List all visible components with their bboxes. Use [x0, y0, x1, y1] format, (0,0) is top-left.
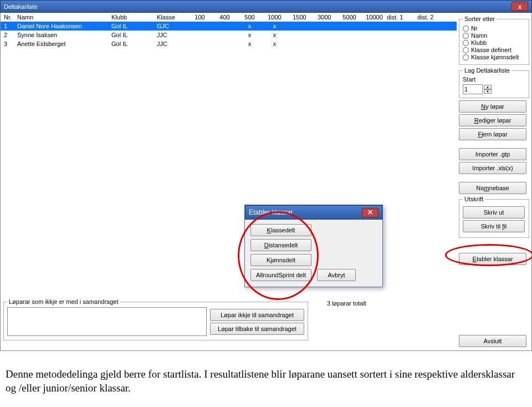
col-dist2: dist. 2: [417, 14, 448, 21]
sort-group: Sorter etter NrNamnKlubbKlasse definertK…: [459, 16, 529, 65]
participant-table[interactable]: Nr. Namn Klubb Klasse 100 400 500 1000 1…: [1, 13, 457, 297]
skriv-til-fil-button[interactable]: Skriv til fil: [463, 220, 525, 232]
caption-text: Denne metodedelinga gjeld berre for star…: [0, 351, 532, 395]
excluded-listbox[interactable]: [7, 307, 207, 336]
col-klubb: Klubb: [111, 14, 157, 21]
rediger-lopar-button[interactable]: Rediger løpar: [459, 114, 526, 126]
sort-option[interactable]: Klasse kjønnsdelt: [463, 54, 525, 60]
skriv-ut-button[interactable]: Skriv ut: [463, 206, 525, 218]
distansedelt-button[interactable]: Distansedelt: [250, 239, 311, 251]
start-spin-up[interactable]: ▲: [484, 85, 492, 89]
col-1500: 1500: [287, 14, 312, 21]
excluded-runners-group: Løparar som ikkje er med i samandraget L…: [3, 298, 308, 340]
lag-legend: Lag Deltakarliste: [463, 67, 511, 74]
include-runner-button[interactable]: Løpar tilbake til samandraget: [210, 323, 304, 335]
avslutt-button[interactable]: Avslutt: [459, 335, 526, 347]
col-klasse: Klasse: [157, 14, 187, 21]
lag-group: Lag Deltakarliste Start ▲ ▼: [459, 67, 529, 98]
start-input[interactable]: [463, 84, 483, 94]
col-nr: Nr.: [1, 14, 17, 21]
ny-lopar-button[interactable]: Ny løpar: [459, 100, 526, 113]
etabler-klassar-button[interactable]: Etabler klassar: [459, 253, 526, 265]
kjonnsdelt-button[interactable]: Kjønnsdelt: [250, 254, 311, 266]
col-namn: Namn: [17, 14, 111, 21]
excluded-legend: Løparar som ikkje er med i samandraget: [7, 298, 120, 305]
utskrift-legend: Utskrift: [463, 196, 485, 202]
sort-option[interactable]: Nr: [463, 25, 525, 32]
etabler-klassar-dialog: Etabler klassar ✕ Klassedelt Distansedel…: [244, 205, 383, 287]
klassedelt-button[interactable]: Klassedelt: [250, 224, 311, 236]
col-5000: 5000: [337, 14, 362, 21]
utskrift-group: Utskrift Skriv ut Skriv til fil: [459, 196, 529, 238]
sort-option[interactable]: Klubb: [463, 39, 525, 46]
table-row[interactable]: 1Daniel Nore HaakonsenGol ILGJCxx: [1, 22, 457, 30]
col-500: 500: [237, 14, 262, 21]
window-titlebar: Deltakarliste x: [0, 0, 532, 13]
start-label: Start: [463, 76, 525, 83]
col-100: 100: [187, 14, 212, 21]
sort-option[interactable]: Namn: [463, 32, 525, 39]
table-header-row: Nr. Namn Klubb Klasse 100 400 500 1000 1…: [1, 13, 457, 22]
allroundsprint-button[interactable]: AllroundSprint delt: [250, 269, 311, 281]
total-runners-label: 3 løparar totalt: [327, 300, 366, 307]
dialog-close-button[interactable]: ✕: [362, 208, 378, 217]
dialog-titlebar: Etabler klassar ✕: [245, 205, 382, 220]
dialog-title: Etabler klassar: [249, 208, 293, 216]
window-title: Deltakarliste: [4, 3, 38, 10]
namnebase-button[interactable]: Namnebase: [459, 182, 526, 194]
importer-xls-button[interactable]: Importer .xls(x): [459, 162, 526, 174]
table-row[interactable]: 2Synne IsaksenGol ILJJCxx: [1, 30, 457, 39]
window-close-button[interactable]: x: [511, 2, 528, 11]
fjern-lopar-button[interactable]: Fjern løpar: [459, 128, 526, 140]
sort-option[interactable]: Klasse definert: [463, 47, 525, 53]
col-dist1: dist. 1: [387, 14, 417, 21]
col-1000: 1000: [262, 14, 287, 21]
sort-legend: Sorter etter: [463, 16, 497, 22]
col-10000: 10000: [362, 14, 387, 21]
exclude-runner-button[interactable]: Løpar ikkje til samandraget: [210, 309, 304, 321]
table-row[interactable]: 3Anette EidsbergetGol ILJJCxx: [1, 39, 457, 48]
importer-gtp-button[interactable]: Importer .gtp: [459, 148, 526, 160]
col-400: 400: [212, 14, 237, 21]
start-spin-down[interactable]: ▼: [484, 89, 492, 94]
dialog-cancel-button[interactable]: Avbryt: [317, 269, 356, 281]
col-3000: 3000: [312, 14, 337, 21]
